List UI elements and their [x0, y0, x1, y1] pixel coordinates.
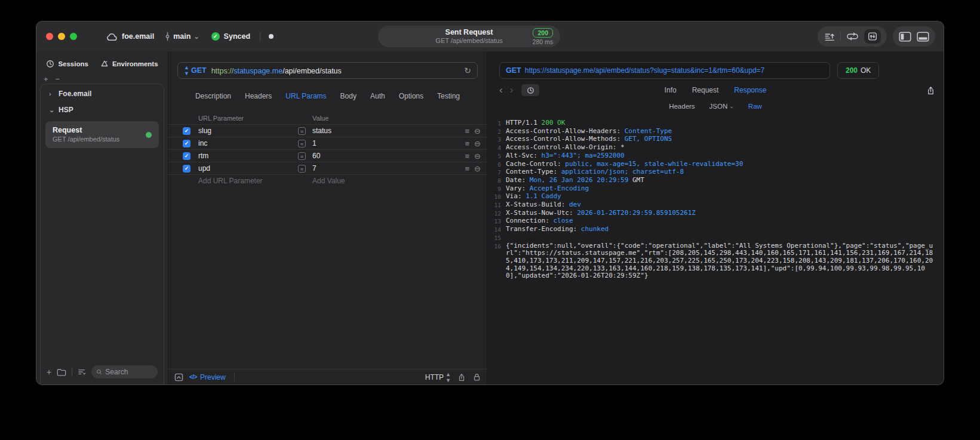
toggle-bottom-panel-button[interactable] [917, 32, 929, 42]
param-row: ✓slug=status≡⊖ [168, 124, 487, 137]
branch-selector[interactable]: main ⌄ [165, 32, 199, 41]
line-number: 2 [491, 128, 501, 136]
response-line: 11X-Status-Build: dev [491, 201, 936, 210]
protocol-select[interactable]: HTTP ▲▼ [425, 371, 450, 383]
code-segment: * [620, 143, 625, 151]
code-generator-button[interactable] [846, 31, 859, 42]
tree-item-hsp[interactable]: ⌄ HSP [41, 100, 164, 116]
line-number: 7 [491, 168, 501, 177]
param-name-field[interactable]: slug [198, 127, 298, 135]
preview-button[interactable]: </> Preview [189, 373, 226, 381]
new-folder-button[interactable] [57, 368, 66, 376]
response-tab-request[interactable]: Request [692, 86, 719, 94]
request-summary-capsule[interactable]: Sent Request GET /api/embed/status 200 2… [378, 26, 560, 47]
sort-filter-button[interactable] [78, 368, 86, 376]
sync-status-label: Synced [224, 32, 250, 41]
tab-sessions[interactable]: Sessions [46, 60, 88, 68]
search-input[interactable] [105, 368, 153, 376]
sidebar: Sessions Environments + − › [36, 51, 168, 384]
code-segment: dev [569, 201, 581, 208]
param-name-field[interactable]: upd [198, 164, 298, 173]
tab-testing[interactable]: Testing [437, 92, 460, 100]
remove-row-icon[interactable]: ⊖ [474, 139, 481, 148]
remove-row-icon[interactable]: ⊖ [474, 164, 481, 173]
remove-row-icon[interactable]: ⊖ [474, 152, 481, 161]
minimize-window-button[interactable] [58, 33, 65, 40]
tab-options[interactable]: Options [399, 92, 423, 100]
param-value-field[interactable]: 7 [312, 164, 452, 173]
param-value-field[interactable]: status [312, 127, 452, 135]
param-name-field[interactable]: rtm [198, 152, 298, 160]
line-number: 15 [491, 234, 501, 242]
param-name-field[interactable]: inc [198, 139, 298, 147]
row-options-icon[interactable]: ≡ [465, 127, 470, 136]
tab-description[interactable]: Description [195, 92, 231, 100]
param-value-field[interactable]: 60 [312, 152, 452, 160]
export-response-button[interactable] [926, 85, 935, 96]
panel-bottom-icon [917, 32, 929, 42]
toggle-sidebar-button[interactable] [899, 32, 911, 42]
param-value-field[interactable]: 1 [312, 139, 452, 147]
sync-status[interactable]: ✓ Synced [211, 32, 250, 41]
response-line: 1HTTP/1.1 200 OK [491, 119, 936, 128]
request-method[interactable]: GET [191, 66, 207, 75]
request-list-item-selected[interactable]: Request GET /api/embed/status [45, 121, 159, 148]
code-segment: GET, OPTIONS [625, 135, 672, 143]
send-download-button[interactable] [864, 29, 881, 44]
line-number: 10 [491, 193, 501, 201]
response-tab-info[interactable]: Info [665, 86, 677, 94]
branch-name: main [173, 32, 191, 41]
param-enabled-checkbox[interactable]: ✓ [183, 152, 191, 160]
project-menu[interactable]: foe.email [106, 32, 154, 41]
row-options-icon[interactable]: ≡ [465, 139, 470, 148]
column-header-value: Value [312, 115, 452, 122]
history-forward-button[interactable]: › [506, 85, 517, 95]
response-pane: GET https://statuspage.me/api/embed/stat… [487, 51, 944, 384]
history-back-button[interactable]: ‹ [496, 85, 506, 95]
history-button[interactable] [521, 84, 539, 96]
response-subtab-json[interactable]: JSON⌄ [709, 103, 734, 110]
code-brackets-icon: </> [189, 374, 197, 380]
response-raw-view[interactable]: 1HTTP/1.1 200 OK2Access-Control-Allow-He… [487, 113, 944, 384]
zoom-window-button[interactable] [70, 33, 77, 40]
add-parameter-placeholder[interactable]: Add URL Parameter [198, 177, 298, 185]
params-header-row: URL Parameter Value [168, 112, 487, 124]
add-param-row[interactable]: Add URL Parameter Add Value [168, 174, 487, 187]
lock-button[interactable] [473, 373, 481, 381]
response-header-text: Via: 1.1 Caddy [506, 193, 936, 201]
request-tabs: DescriptionHeadersURL ParamsBodyAuthOpti… [168, 87, 487, 105]
remove-session-button[interactable]: − [56, 75, 60, 84]
request-url-bar[interactable]: ▲▼ GET https://statuspage.me/api/embed/s… [177, 62, 478, 79]
param-enabled-checkbox[interactable]: ✓ [183, 127, 191, 135]
param-enabled-checkbox[interactable]: ✓ [183, 140, 191, 147]
response-tab-response[interactable]: Response [734, 86, 766, 94]
response-subtab-raw[interactable]: Raw [748, 103, 762, 110]
response-line: 12X-Status-Now-Utc: 2026-01-26T20:29:59.… [491, 210, 936, 218]
tab-url-params[interactable]: URL Params [285, 92, 326, 100]
new-request-button[interactable]: + [47, 368, 51, 376]
response-line: 14Transfer-Encoding: chunked [491, 226, 936, 234]
row-options-icon[interactable]: ≡ [465, 164, 470, 173]
response-subtab-headers[interactable]: Headers [669, 103, 695, 110]
close-window-button[interactable] [46, 33, 53, 40]
tab-environments[interactable]: Environments [100, 60, 158, 68]
expand-preview-button[interactable] [174, 373, 183, 381]
tab-auth[interactable]: Auth [370, 92, 385, 100]
add-session-button[interactable]: + [44, 75, 48, 84]
row-options-icon[interactable]: ≡ [465, 152, 470, 161]
param-enabled-checkbox[interactable]: ✓ [183, 165, 191, 173]
sent-request-url-field[interactable]: GET https://statuspage.me/api/embed/stat… [499, 62, 830, 79]
export-request-button[interactable] [824, 31, 835, 42]
tab-body[interactable]: Body [340, 92, 357, 100]
project-name: foe.email [122, 32, 154, 41]
sidebar-search[interactable] [91, 365, 158, 379]
remove-row-icon[interactable]: ⊖ [474, 127, 481, 136]
share-request-button[interactable] [457, 373, 466, 382]
tab-headers[interactable]: Headers [245, 92, 272, 100]
add-value-placeholder[interactable]: Add Value [312, 177, 452, 185]
resend-request-icon[interactable]: ↻ [464, 66, 471, 75]
tree-item-foe-email[interactable]: › Foe.email [41, 84, 164, 100]
footer-divider [72, 368, 72, 376]
expand-panel-icon [174, 373, 183, 381]
subtab-label: JSON [709, 103, 728, 110]
